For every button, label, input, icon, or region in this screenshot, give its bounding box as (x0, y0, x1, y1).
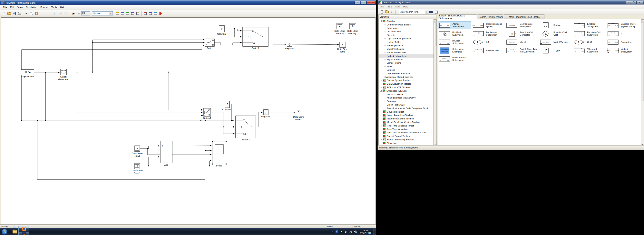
selection-handle[interactable] (226, 164, 226, 165)
tree-item-model-verification[interactable]: Model Verification (379, 47, 434, 51)
forward-button[interactable]: ⇨ (47, 11, 51, 16)
library-block-atomic-subsystem[interactable]: In1Out1Atomic Subsystem (438, 21, 471, 29)
library-block-if-action-subsystem[interactable]: If {}In1Out1If Action Subsystem (438, 38, 471, 46)
selection-handle[interactable] (226, 141, 226, 142)
library-block-model-variants[interactable]: Model NameModel Variants (539, 38, 572, 46)
library-block-while-iterator-subsystem[interactable]: while{...}In1Out1While Iterator Subsyste… (438, 55, 471, 63)
scroll-down-icon[interactable]: ▼ (641, 143, 644, 146)
scroll-down-icon[interactable]: ▼ (434, 143, 436, 146)
tree-item-lookup-tables[interactable]: Lookup Tables (379, 40, 434, 44)
library-block-model[interactable]: Model NameModel (506, 38, 538, 46)
library-block-triggered-subsystem[interactable]: In1Out1Triggered Subsystem (573, 47, 606, 54)
tree-item-signal-routing[interactable]: Signal Routing (379, 61, 434, 65)
new-model-button[interactable] (2, 11, 6, 16)
media-player-button[interactable]: ▶ (12, 235, 18, 235)
block-data-store-write1[interactable]: BData StoreWrite1 (293, 109, 304, 121)
block-data-store-write[interactable]: AData StoreWrite (337, 42, 348, 53)
collapse-icon[interactable]: - (380, 20, 382, 22)
tree-item-robust-control-toolbox[interactable]: Robust Control Toolbox (379, 134, 434, 138)
show-desktop-button[interactable] (374, 229, 376, 235)
signal-wire[interactable] (201, 115, 203, 120)
tree-item-control-system-toolbox[interactable]: Control System Toolbox (379, 79, 434, 82)
tree-item-logic-and-bit-operations[interactable]: Logic and Bit Operations (379, 37, 434, 40)
library-block-enable[interactable]: Enable (539, 21, 572, 29)
search-input[interactable]: Enter search term ▼ (399, 10, 428, 14)
library-browser-button[interactable] (115, 11, 120, 16)
block-data-store-read1[interactable]: BData StoreRead1 (132, 163, 143, 174)
selection-handle[interactable] (212, 141, 213, 142)
open-model-button[interactable] (7, 11, 11, 16)
block-signal-generator[interactable]: tSignalGenerator (58, 69, 68, 80)
expand-icon[interactable]: + (384, 76, 386, 78)
back-button[interactable]: ⇦ (42, 11, 46, 16)
model-advisor-button[interactable] (153, 11, 158, 16)
signal-wire[interactable] (77, 72, 203, 112)
signal-wire[interactable] (140, 146, 160, 149)
tab-library[interactable]: Library: Simulink/Ports & Subsystems (439, 14, 478, 19)
redo-button[interactable]: ↻ (64, 11, 69, 16)
signal-wire[interactable] (148, 157, 160, 166)
tree-item-green-hills-multi[interactable]: Green Hills MULTI (379, 103, 434, 107)
up-to-parent-button[interactable]: ⇧ (52, 11, 56, 16)
tree-item-real-time-workshop[interactable]: Real-Time Workshop (379, 127, 434, 131)
save-model-button[interactable] (12, 11, 16, 16)
tree-item-common[interactable]: Common (379, 99, 434, 103)
tree-item-image-acquisition-toolbox[interactable]: Image Acquisition Toolbox (379, 114, 434, 117)
tree-item-commonly-used-blocks[interactable]: Commonly Used Blocks (379, 23, 434, 26)
update-diagram-button[interactable] (136, 11, 140, 16)
block-description-button[interactable] (434, 9, 438, 14)
library-block-out1[interactable]: 1Out1 (573, 38, 606, 46)
sim-mode-select[interactable]: Normal▼ (92, 11, 113, 15)
library-block-subsystem-examples[interactable]: SubsystemExamplesSubsystem Examples (438, 47, 471, 54)
block-switch2[interactable]: > 4Switch2 (243, 27, 268, 49)
library-block-in1[interactable]: 1In1 (472, 38, 505, 46)
tree-item-ports-subsystems[interactable]: Ports & Subsystems (379, 54, 434, 58)
signal-wire[interactable] (22, 46, 204, 120)
lib-menu-help[interactable]: Help (402, 5, 410, 9)
signal-wire[interactable] (292, 44, 339, 45)
close-button[interactable]: ✕ (367, 0, 375, 4)
tree-item-simulink[interactable]: -Simulink (379, 19, 434, 23)
signal-wire[interactable] (230, 104, 232, 120)
signal-wire[interactable] (256, 112, 263, 127)
library-titlebar[interactable]: Simulink Library Browser – ❐ ✕ (378, 0, 644, 4)
block-body[interactable] (236, 116, 256, 138)
block-switch1[interactable]: >= 4Switch1 (203, 108, 211, 119)
power-plug-icon[interactable] (344, 231, 347, 233)
menu-file[interactable]: File (1, 5, 8, 9)
simulink-debugger-button[interactable] (148, 11, 152, 16)
lib-menu-view[interactable]: View (393, 5, 402, 9)
signal-wire[interactable] (268, 37, 286, 44)
build-button[interactable] (130, 11, 135, 16)
block-constant1[interactable]: 0Constant1 (222, 101, 232, 111)
library-block-function-call-subsystem[interactable]: function()In1Out1Function-Call Subsystem (573, 30, 606, 38)
menu-edit[interactable]: Edit (8, 5, 16, 9)
signal-wire[interactable] (211, 112, 235, 134)
network-icon[interactable] (349, 231, 352, 233)
tree-item-model-predictive-control-toolbox[interactable]: Model Predictive Control Toolbox (379, 120, 434, 124)
lib-menu-file[interactable]: File (379, 5, 386, 9)
paste-button[interactable] (34, 11, 39, 16)
signal-wire[interactable] (148, 149, 212, 155)
action-center-flag-icon[interactable]: ⚑ (340, 231, 342, 233)
print-button[interactable] (17, 11, 22, 16)
tree-item-embedded-ide-link[interactable]: -Embedded IDE Link (379, 89, 434, 93)
block-data-store-memory1[interactable]: BData StoreMemory1 (348, 23, 358, 35)
block-integrator1[interactable]: 1sIntegrator1 (260, 109, 272, 118)
tree-item-discrete[interactable]: Discrete (379, 33, 434, 37)
volume-icon[interactable] (354, 231, 357, 233)
blocks-scroll-thumb[interactable] (641, 22, 644, 101)
tree-item-ecrobot-nxt-blockset[interactable]: ECRobot NXT Blockset (379, 86, 434, 89)
library-block-variant-subsystem[interactable]: In1Out1Variant Subsystem (607, 47, 640, 54)
signal-wire[interactable] (224, 29, 242, 31)
tree-item-data-acquisition-toolbox[interactable]: Data Acquisition Toolbox (379, 82, 434, 86)
library-block-enabled-and-tr-iggered-subsy[interactable]: In1Out1Enabled and Tr- iggered Subsy... (607, 21, 640, 29)
tree-scrollbar[interactable]: ▲ ▼ (434, 19, 437, 146)
debug-button[interactable] (143, 11, 148, 16)
library-block-for-iterator-subsystem[interactable]: For{...}In1Out1For Iterator Subsystem (472, 30, 505, 38)
tab-most-frequently-used-blocks[interactable]: Most Frequently Used Blocks (504, 14, 544, 19)
block-data-store-read[interactable]: AData StoreRead (132, 146, 143, 157)
tree-item-simscape[interactable]: Simscape (379, 141, 434, 145)
block-add[interactable]: +-Add (160, 141, 172, 166)
tree-item-math-operations[interactable]: Math Operations (379, 44, 434, 47)
